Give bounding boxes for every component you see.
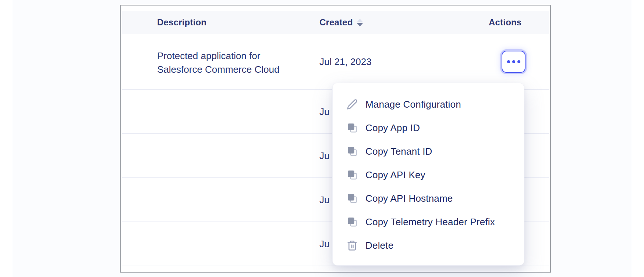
ellipsis-icon (507, 60, 510, 63)
menu-item-label: Copy Telemetry Header Prefix (365, 216, 495, 228)
menu-item-copy-api-hostname[interactable]: Copy API Hostname (333, 187, 524, 210)
menu-item-label: Copy App ID (365, 122, 420, 134)
menu-item-copy-app-id[interactable]: Copy App ID (333, 116, 524, 140)
table-header-row: Description Created Actions (122, 11, 549, 34)
created-cell: Ju (319, 106, 329, 117)
copy-icon (347, 169, 358, 180)
created-cell: Ju (319, 238, 329, 249)
menu-item-delete[interactable]: Delete (333, 234, 524, 257)
created-cell: Jul 21, 2023 (319, 56, 372, 68)
column-header-description: Description (157, 11, 206, 34)
actions-dropdown-menu: Manage Configuration Copy App ID Copy Te… (332, 83, 524, 266)
column-header-label: Actions (489, 17, 521, 28)
description-cell: Protected application for Salesforce Com… (157, 49, 279, 76)
description-line: Protected application for (157, 49, 279, 63)
copy-icon (347, 122, 358, 133)
menu-item-copy-telemetry-header-prefix[interactable]: Copy Telemetry Header Prefix (333, 210, 524, 234)
copy-icon (347, 216, 358, 227)
menu-item-copy-api-key[interactable]: Copy API Key (333, 163, 524, 187)
menu-item-label: Copy API Key (365, 169, 425, 181)
description-line: Salesforce Commerce Cloud (157, 63, 279, 76)
row-actions-button[interactable] (502, 51, 526, 73)
page: Description Created Actions Protected ap… (0, 0, 644, 277)
trash-icon (347, 240, 358, 251)
menu-item-copy-tenant-id[interactable]: Copy Tenant ID (333, 140, 524, 163)
column-header-label: Created (319, 17, 353, 28)
menu-item-label: Manage Configuration (365, 99, 461, 110)
column-header-created[interactable]: Created (319, 11, 363, 34)
table-row: Protected application for Salesforce Com… (122, 34, 549, 90)
column-header-actions: Actions (489, 11, 521, 34)
menu-item-label: Copy Tenant ID (365, 146, 432, 157)
sort-asc-icon (357, 19, 363, 22)
copy-icon (347, 146, 358, 157)
copy-icon (347, 193, 358, 204)
sort-desc-icon (357, 23, 363, 26)
menu-item-label: Copy API Hostname (365, 193, 453, 204)
menu-item-label: Delete (365, 240, 393, 251)
column-header-label: Description (157, 17, 206, 28)
menu-item-manage-configuration[interactable]: Manage Configuration (333, 93, 524, 116)
pencil-icon (347, 99, 358, 110)
created-cell: Ju (319, 150, 329, 161)
created-cell: Ju (319, 194, 329, 205)
sort-icon[interactable] (357, 19, 363, 26)
